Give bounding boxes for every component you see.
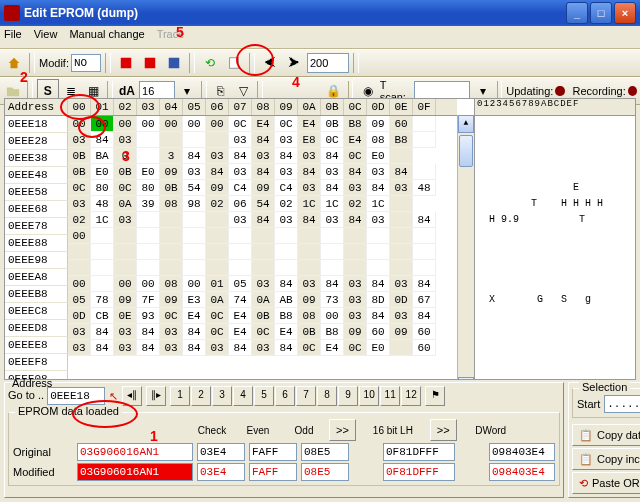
hex-cell[interactable]: 84 [367, 180, 390, 196]
hex-cell[interactable] [252, 260, 275, 276]
hex-cell[interactable] [252, 244, 275, 260]
hex-cell[interactable]: 54 [183, 180, 206, 196]
hex-cell[interactable]: 03 [68, 340, 91, 356]
hex-cell[interactable]: 03 [183, 164, 206, 180]
hex-cell[interactable]: 03 [298, 148, 321, 164]
hex-cell[interactable] [229, 228, 252, 244]
hex-cell[interactable] [68, 260, 91, 276]
nav-bookmark-button[interactable]: ⚑ [425, 386, 445, 406]
hex-cell[interactable] [183, 212, 206, 228]
hex-row[interactable]: 0384038403840CE40CE40BB809600960 [68, 324, 457, 340]
hex-cell[interactable]: 93 [137, 308, 160, 324]
hex-cell[interactable]: 03 [252, 340, 275, 356]
hex-cell[interactable]: 84 [229, 148, 252, 164]
hex-cell[interactable]: E4 [344, 132, 367, 148]
hex-cell[interactable]: 1C [91, 212, 114, 228]
hex-cell[interactable]: 0A [252, 292, 275, 308]
hex-cell[interactable] [91, 276, 114, 292]
hex-cell[interactable] [206, 212, 229, 228]
hex-cell[interactable] [183, 260, 206, 276]
goto-slot-8[interactable]: 8 [317, 386, 337, 406]
hex-cell[interactable]: 05 [68, 292, 91, 308]
hex-cell[interactable]: 39 [137, 196, 160, 212]
close-button[interactable]: × [614, 2, 636, 24]
hex-cell[interactable]: 84 [206, 164, 229, 180]
hex-cell[interactable]: 0D [390, 292, 413, 308]
hex-cell[interactable]: 84 [321, 276, 344, 292]
hex-cell[interactable]: 0B [68, 148, 91, 164]
hex-cell[interactable]: 09 [252, 180, 275, 196]
minimize-button[interactable]: _ [566, 2, 588, 24]
hex-cell[interactable]: 03 [275, 164, 298, 180]
goto-slot-12[interactable]: 12 [401, 386, 421, 406]
hex-cell[interactable]: 73 [321, 292, 344, 308]
hex-row[interactable]: 000000080001050384038403840384 [68, 276, 457, 292]
goto-slot-3[interactable]: 3 [212, 386, 232, 406]
hex-cell[interactable] [344, 244, 367, 260]
hex-row[interactable]: 0BE00BE00903840384038403840384 [68, 164, 457, 180]
hex-cell[interactable]: 00 [183, 276, 206, 292]
hex-cell[interactable] [68, 244, 91, 260]
hex-cell[interactable]: 0C [229, 116, 252, 132]
hex-cell[interactable] [344, 260, 367, 276]
hex-cell[interactable]: 03 [252, 276, 275, 292]
hex-row[interactable]: 03480A390898020654021C1C021C [68, 196, 457, 212]
hex-cell[interactable]: 3 [160, 148, 183, 164]
hex-cell[interactable]: 84 [367, 308, 390, 324]
hex-cell[interactable]: 03 [344, 276, 367, 292]
hex-cell[interactable]: 08 [298, 308, 321, 324]
hex-cell[interactable]: 0C [252, 324, 275, 340]
hex-cell[interactable]: 0C [275, 116, 298, 132]
hex-cell[interactable] [183, 132, 206, 148]
hex-cell[interactable]: 78 [91, 292, 114, 308]
hex-cell[interactable]: BA [91, 148, 114, 164]
hex-cell[interactable]: 03 [68, 196, 91, 212]
hex-row[interactable]: 038403840384038403840CE40CE060 [68, 340, 457, 356]
scroll-down-icon[interactable]: ▼ [458, 377, 474, 379]
hex-cell[interactable]: 54 [252, 196, 275, 212]
hex-cell[interactable] [298, 228, 321, 244]
hex-cell[interactable]: E3 [183, 292, 206, 308]
hex-cell[interactable] [275, 260, 298, 276]
hex-cell[interactable]: E4 [252, 116, 275, 132]
hex-cell[interactable]: 03 [344, 180, 367, 196]
hex-cell[interactable] [390, 340, 413, 356]
hex-cell[interactable]: 03 [344, 292, 367, 308]
hex-cell[interactable]: 03 [160, 340, 183, 356]
btn-16bit[interactable]: >> [329, 419, 356, 441]
hex-cell[interactable]: 84 [91, 324, 114, 340]
hex-cell[interactable] [114, 260, 137, 276]
copy-data-button[interactable]: 📋Copy data [572, 424, 640, 446]
hex-row[interactable]: 0BBA03840384038403840CE0 [68, 148, 457, 164]
hex-cell[interactable] [390, 260, 413, 276]
hex-cell[interactable]: 01 [206, 276, 229, 292]
hex-cell[interactable]: 03 [321, 212, 344, 228]
hex-cell[interactable]: E4 [298, 116, 321, 132]
hex-grid[interactable]: 000102030405060708090A0B0C0D0E0F 0000000… [68, 99, 457, 379]
offset-input[interactable] [307, 53, 349, 73]
hex-cell[interactable]: B8 [275, 308, 298, 324]
hex-cell[interactable]: 00 [160, 116, 183, 132]
hex-cell[interactable] [367, 244, 390, 260]
hex-cell[interactable] [91, 244, 114, 260]
hex-cell[interactable]: 03 [229, 132, 252, 148]
hex-cell[interactable] [390, 228, 413, 244]
hex-cell[interactable]: 84 [344, 212, 367, 228]
goto-slot-6[interactable]: 6 [275, 386, 295, 406]
hex-cell[interactable] [206, 244, 229, 260]
hex-cell[interactable] [321, 228, 344, 244]
hex-cell[interactable]: B8 [344, 116, 367, 132]
hex-cell[interactable] [137, 148, 160, 164]
hex-cell[interactable]: 60 [367, 324, 390, 340]
hex-cell[interactable]: 03 [367, 164, 390, 180]
hex-cell[interactable] [206, 228, 229, 244]
hex-cell[interactable]: 1C [298, 196, 321, 212]
hex-cell[interactable]: 84 [344, 164, 367, 180]
hex-cell[interactable]: 84 [91, 340, 114, 356]
hex-cell[interactable] [229, 244, 252, 260]
hex-cell[interactable]: 0C [206, 324, 229, 340]
hex-cell[interactable]: 03 [367, 212, 390, 228]
hex-cell[interactable]: 03 [229, 212, 252, 228]
hex-cell[interactable]: E0 [137, 164, 160, 180]
hex-cell[interactable] [252, 228, 275, 244]
